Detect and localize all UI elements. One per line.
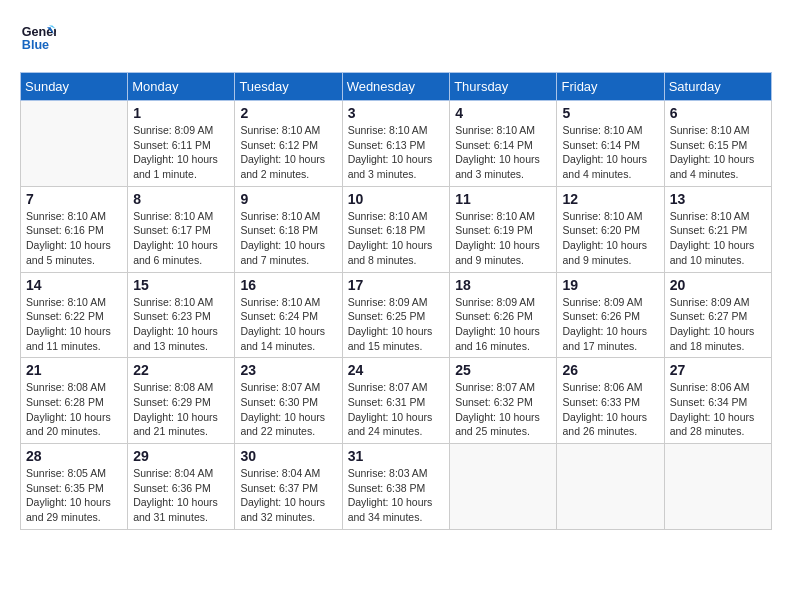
calendar-cell: 26Sunrise: 8:06 AMSunset: 6:33 PMDayligh…: [557, 358, 664, 444]
day-info: Sunrise: 8:07 AMSunset: 6:32 PMDaylight:…: [455, 380, 551, 439]
day-info: Sunrise: 8:07 AMSunset: 6:31 PMDaylight:…: [348, 380, 445, 439]
calendar-cell: 7Sunrise: 8:10 AMSunset: 6:16 PMDaylight…: [21, 186, 128, 272]
day-number: 11: [455, 191, 551, 207]
day-number: 9: [240, 191, 336, 207]
day-number: 31: [348, 448, 445, 464]
day-number: 16: [240, 277, 336, 293]
day-number: 14: [26, 277, 122, 293]
column-header-wednesday: Wednesday: [342, 73, 450, 101]
day-number: 25: [455, 362, 551, 378]
day-info: Sunrise: 8:09 AMSunset: 6:11 PMDaylight:…: [133, 123, 229, 182]
logo-icon: General Blue: [20, 20, 56, 56]
day-info: Sunrise: 8:10 AMSunset: 6:12 PMDaylight:…: [240, 123, 336, 182]
calendar-cell: 14Sunrise: 8:10 AMSunset: 6:22 PMDayligh…: [21, 272, 128, 358]
calendar-cell: 1Sunrise: 8:09 AMSunset: 6:11 PMDaylight…: [128, 101, 235, 187]
calendar-cell: 3Sunrise: 8:10 AMSunset: 6:13 PMDaylight…: [342, 101, 450, 187]
day-number: 2: [240, 105, 336, 121]
day-number: 30: [240, 448, 336, 464]
calendar-cell: 15Sunrise: 8:10 AMSunset: 6:23 PMDayligh…: [128, 272, 235, 358]
day-info: Sunrise: 8:09 AMSunset: 6:26 PMDaylight:…: [455, 295, 551, 354]
day-number: 26: [562, 362, 658, 378]
calendar-week-row: 21Sunrise: 8:08 AMSunset: 6:28 PMDayligh…: [21, 358, 772, 444]
day-number: 28: [26, 448, 122, 464]
calendar-cell: 28Sunrise: 8:05 AMSunset: 6:35 PMDayligh…: [21, 444, 128, 530]
day-info: Sunrise: 8:10 AMSunset: 6:21 PMDaylight:…: [670, 209, 766, 268]
day-number: 20: [670, 277, 766, 293]
calendar-table: SundayMondayTuesdayWednesdayThursdayFrid…: [20, 72, 772, 530]
day-info: Sunrise: 8:10 AMSunset: 6:17 PMDaylight:…: [133, 209, 229, 268]
day-number: 19: [562, 277, 658, 293]
day-number: 24: [348, 362, 445, 378]
day-info: Sunrise: 8:10 AMSunset: 6:24 PMDaylight:…: [240, 295, 336, 354]
day-info: Sunrise: 8:08 AMSunset: 6:28 PMDaylight:…: [26, 380, 122, 439]
day-info: Sunrise: 8:04 AMSunset: 6:37 PMDaylight:…: [240, 466, 336, 525]
column-header-friday: Friday: [557, 73, 664, 101]
day-info: Sunrise: 8:06 AMSunset: 6:34 PMDaylight:…: [670, 380, 766, 439]
day-info: Sunrise: 8:10 AMSunset: 6:15 PMDaylight:…: [670, 123, 766, 182]
day-info: Sunrise: 8:05 AMSunset: 6:35 PMDaylight:…: [26, 466, 122, 525]
calendar-cell: 6Sunrise: 8:10 AMSunset: 6:15 PMDaylight…: [664, 101, 771, 187]
column-header-sunday: Sunday: [21, 73, 128, 101]
day-number: 4: [455, 105, 551, 121]
calendar-cell: 10Sunrise: 8:10 AMSunset: 6:18 PMDayligh…: [342, 186, 450, 272]
calendar-week-row: 14Sunrise: 8:10 AMSunset: 6:22 PMDayligh…: [21, 272, 772, 358]
day-info: Sunrise: 8:10 AMSunset: 6:20 PMDaylight:…: [562, 209, 658, 268]
calendar-cell: 16Sunrise: 8:10 AMSunset: 6:24 PMDayligh…: [235, 272, 342, 358]
day-info: Sunrise: 8:10 AMSunset: 6:22 PMDaylight:…: [26, 295, 122, 354]
day-info: Sunrise: 8:03 AMSunset: 6:38 PMDaylight:…: [348, 466, 445, 525]
day-number: 5: [562, 105, 658, 121]
day-info: Sunrise: 8:04 AMSunset: 6:36 PMDaylight:…: [133, 466, 229, 525]
day-info: Sunrise: 8:10 AMSunset: 6:14 PMDaylight:…: [562, 123, 658, 182]
calendar-cell: 25Sunrise: 8:07 AMSunset: 6:32 PMDayligh…: [450, 358, 557, 444]
day-number: 23: [240, 362, 336, 378]
day-info: Sunrise: 8:09 AMSunset: 6:25 PMDaylight:…: [348, 295, 445, 354]
day-number: 15: [133, 277, 229, 293]
calendar-cell: 13Sunrise: 8:10 AMSunset: 6:21 PMDayligh…: [664, 186, 771, 272]
logo: General Blue: [20, 20, 56, 56]
calendar-week-row: 7Sunrise: 8:10 AMSunset: 6:16 PMDaylight…: [21, 186, 772, 272]
day-info: Sunrise: 8:10 AMSunset: 6:18 PMDaylight:…: [348, 209, 445, 268]
calendar-cell: 12Sunrise: 8:10 AMSunset: 6:20 PMDayligh…: [557, 186, 664, 272]
calendar-cell: [21, 101, 128, 187]
day-info: Sunrise: 8:10 AMSunset: 6:16 PMDaylight:…: [26, 209, 122, 268]
day-info: Sunrise: 8:10 AMSunset: 6:14 PMDaylight:…: [455, 123, 551, 182]
calendar-cell: 18Sunrise: 8:09 AMSunset: 6:26 PMDayligh…: [450, 272, 557, 358]
calendar-cell: 20Sunrise: 8:09 AMSunset: 6:27 PMDayligh…: [664, 272, 771, 358]
day-number: 17: [348, 277, 445, 293]
calendar-cell: [664, 444, 771, 530]
day-number: 6: [670, 105, 766, 121]
calendar-header-row: SundayMondayTuesdayWednesdayThursdayFrid…: [21, 73, 772, 101]
day-info: Sunrise: 8:09 AMSunset: 6:26 PMDaylight:…: [562, 295, 658, 354]
day-number: 3: [348, 105, 445, 121]
day-number: 22: [133, 362, 229, 378]
page-header: General Blue: [20, 20, 772, 56]
calendar-cell: 24Sunrise: 8:07 AMSunset: 6:31 PMDayligh…: [342, 358, 450, 444]
column-header-saturday: Saturday: [664, 73, 771, 101]
day-number: 29: [133, 448, 229, 464]
calendar-cell: 31Sunrise: 8:03 AMSunset: 6:38 PMDayligh…: [342, 444, 450, 530]
day-number: 27: [670, 362, 766, 378]
calendar-cell: 2Sunrise: 8:10 AMSunset: 6:12 PMDaylight…: [235, 101, 342, 187]
day-info: Sunrise: 8:10 AMSunset: 6:23 PMDaylight:…: [133, 295, 229, 354]
calendar-cell: 22Sunrise: 8:08 AMSunset: 6:29 PMDayligh…: [128, 358, 235, 444]
column-header-thursday: Thursday: [450, 73, 557, 101]
calendar-cell: 11Sunrise: 8:10 AMSunset: 6:19 PMDayligh…: [450, 186, 557, 272]
day-number: 21: [26, 362, 122, 378]
calendar-week-row: 28Sunrise: 8:05 AMSunset: 6:35 PMDayligh…: [21, 444, 772, 530]
day-number: 8: [133, 191, 229, 207]
calendar-cell: 21Sunrise: 8:08 AMSunset: 6:28 PMDayligh…: [21, 358, 128, 444]
calendar-cell: 9Sunrise: 8:10 AMSunset: 6:18 PMDaylight…: [235, 186, 342, 272]
day-info: Sunrise: 8:09 AMSunset: 6:27 PMDaylight:…: [670, 295, 766, 354]
day-info: Sunrise: 8:10 AMSunset: 6:13 PMDaylight:…: [348, 123, 445, 182]
column-header-monday: Monday: [128, 73, 235, 101]
day-info: Sunrise: 8:07 AMSunset: 6:30 PMDaylight:…: [240, 380, 336, 439]
day-number: 10: [348, 191, 445, 207]
calendar-cell: 23Sunrise: 8:07 AMSunset: 6:30 PMDayligh…: [235, 358, 342, 444]
day-number: 13: [670, 191, 766, 207]
day-info: Sunrise: 8:06 AMSunset: 6:33 PMDaylight:…: [562, 380, 658, 439]
calendar-week-row: 1Sunrise: 8:09 AMSunset: 6:11 PMDaylight…: [21, 101, 772, 187]
calendar-cell: 4Sunrise: 8:10 AMSunset: 6:14 PMDaylight…: [450, 101, 557, 187]
day-number: 1: [133, 105, 229, 121]
day-info: Sunrise: 8:10 AMSunset: 6:19 PMDaylight:…: [455, 209, 551, 268]
svg-text:Blue: Blue: [22, 38, 49, 52]
